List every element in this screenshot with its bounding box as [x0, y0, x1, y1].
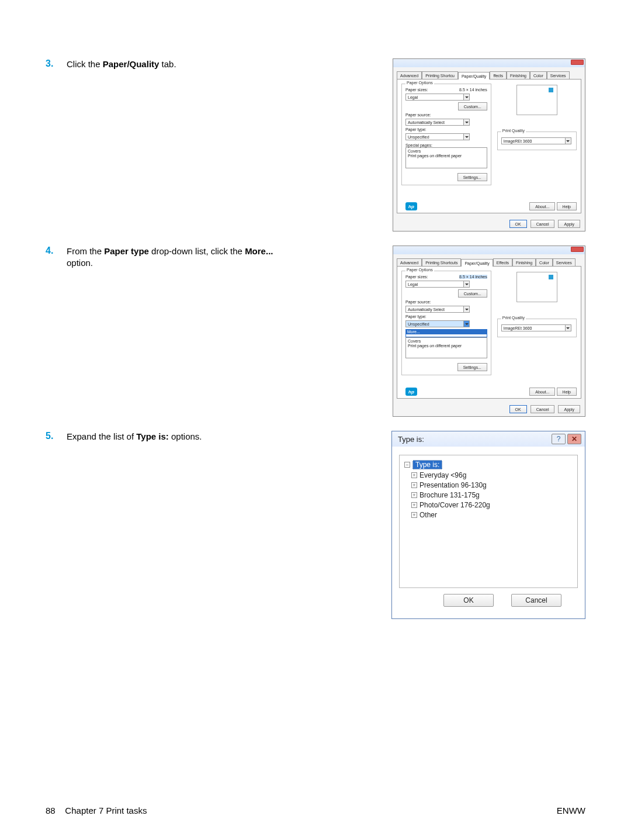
tree-item[interactable]: Everyday <96g [419, 471, 466, 479]
expand-icon[interactable]: + [411, 502, 417, 508]
cancel-button[interactable]: Cancel [531, 405, 555, 413]
type-tree[interactable]: − Type is: +Everyday <96g +Presentation … [399, 455, 578, 588]
special-pages-list[interactable]: Covers Print pages on different paper [405, 147, 487, 168]
step-5-row: 5. Expand the list of Type is: options. … [46, 431, 585, 619]
print-properties-dialog: Advanced Printing Shortcu Paper/Quality … [393, 58, 585, 231]
label: Paper sizes: [405, 88, 428, 92]
li: Covers [408, 149, 485, 154]
close-icon[interactable] [571, 247, 584, 252]
tab-services[interactable]: Services [547, 71, 570, 79]
step-number: 5. [46, 431, 67, 443]
about-button[interactable]: About... [529, 202, 555, 210]
tab-advanced[interactable]: Advanced [397, 258, 422, 266]
v: Automatically Select [408, 120, 445, 125]
ok-button[interactable]: OK [443, 594, 494, 607]
step-number: 4. [46, 246, 67, 269]
paper-type-select[interactable]: Unspecified [405, 133, 470, 140]
tree-item[interactable]: Brochure 131-175g [419, 491, 480, 499]
tree-item[interactable]: Other [419, 511, 437, 519]
paper-source-select[interactable]: Automatically Select [405, 306, 470, 313]
tab-finishing[interactable]: Finishing [507, 71, 530, 79]
help-icon[interactable]: ? [552, 434, 566, 444]
step-5-text: 5. Expand the list of Type is: options. [46, 431, 285, 443]
paper-size-select[interactable]: Legal [405, 281, 470, 288]
tree-root[interactable]: Type is: [412, 460, 442, 469]
tab-services[interactable]: Services [553, 258, 575, 266]
apply-button[interactable]: Apply [558, 220, 580, 228]
tab-row: Advanced Printing Shortcuts Paper/Qualit… [393, 254, 585, 266]
step-4-instruction: From the Paper type drop-down list, clic… [67, 246, 273, 269]
step-3-row: 3. Click the Paper/Quality tab. Advanced… [46, 58, 585, 231]
expand-icon[interactable]: + [411, 482, 417, 488]
chevron-down-icon [463, 134, 469, 140]
panel-body: Paper Options Paper sizes:8.5 × 14 inche… [397, 79, 581, 213]
t: Expand the list of [67, 431, 136, 441]
tab-paper-quality[interactable]: Paper/Quality [461, 259, 493, 267]
tree-item[interactable]: Presentation 96-130g [419, 481, 487, 489]
print-properties-dialog: Advanced Printing Shortcuts Paper/Qualit… [393, 246, 585, 417]
step-4-screenshot: Advanced Printing Shortcuts Paper/Qualit… [285, 246, 585, 417]
v: Unspecified [408, 322, 429, 326]
tab-advanced[interactable]: Advanced [397, 71, 422, 79]
close-icon[interactable]: ✕ [567, 434, 581, 444]
settings-button[interactable]: Settings... [457, 363, 487, 371]
ok-button[interactable]: OK [509, 220, 527, 228]
step-4-row: 4. From the Paper type drop-down list, c… [46, 246, 585, 417]
print-quality-select[interactable]: ImageREt 3600 [501, 324, 571, 331]
page-footer: 88 Chapter 7 Print tasks ENWW [46, 806, 585, 815]
paper-options-group: Paper Options Paper sizes:8.5 × 14 inche… [401, 271, 491, 375]
chevron-down-icon [463, 281, 469, 287]
ok-button[interactable]: OK [509, 405, 527, 413]
custom-button[interactable]: Custom... [458, 289, 487, 298]
special-pages-list[interactable]: Covers Print pages on different paper [405, 337, 487, 358]
cancel-button[interactable]: Cancel [531, 220, 555, 228]
v: Legal [408, 95, 418, 99]
settings-button[interactable]: Settings... [457, 173, 487, 181]
tab-effects[interactable]: ffects [490, 71, 507, 79]
step-4-text: 4. From the Paper type drop-down list, c… [46, 246, 285, 269]
close-icon[interactable] [571, 60, 584, 65]
t: Paper type [104, 246, 149, 256]
t: Paper/Quality [103, 59, 160, 69]
tab-shortcuts[interactable]: Printing Shortcu [422, 71, 458, 79]
label: Special pages: [405, 143, 487, 147]
paper-type-dropdown-list[interactable]: More... [405, 329, 487, 337]
tab-shortcuts[interactable]: Printing Shortcuts [422, 258, 461, 266]
t: More... [245, 246, 273, 256]
legend: Paper Options [405, 81, 434, 85]
help-button[interactable]: Help [557, 202, 577, 210]
hp-logo: hp [405, 388, 417, 396]
more-option[interactable]: More... [406, 330, 487, 334]
paper-source-select[interactable]: Automatically Select [405, 119, 470, 126]
li: Covers [408, 339, 485, 344]
apply-button[interactable]: Apply [558, 405, 580, 413]
dialog-titlebar [393, 246, 585, 254]
t: options. [169, 431, 202, 441]
tab-paper-quality[interactable]: Paper/Quality [458, 72, 490, 79]
label: Paper type: [405, 314, 487, 319]
about-button[interactable]: About... [529, 388, 555, 396]
tab-color[interactable]: Color [536, 258, 553, 266]
collapse-icon[interactable]: − [404, 462, 410, 468]
li: Print pages on different paper [408, 154, 485, 158]
panel-body: Paper Options Paper sizes:8.5 × 14 inche… [397, 266, 581, 399]
paper-size-select[interactable]: Legal [405, 94, 470, 101]
v: ImageREt 3600 [504, 326, 532, 330]
tab-finishing[interactable]: Finishing [512, 258, 536, 266]
tab-effects[interactable]: Effects [493, 258, 512, 266]
li: Print pages on different paper [408, 344, 485, 348]
cancel-button[interactable]: Cancel [511, 594, 561, 607]
t: tab. [159, 59, 176, 69]
expand-icon[interactable]: + [411, 512, 417, 518]
expand-icon[interactable]: + [411, 472, 417, 478]
print-quality-select[interactable]: ImageREt 3600 [501, 137, 571, 144]
paper-type-select[interactable]: Unspecified [405, 320, 470, 327]
help-button[interactable]: Help [557, 388, 577, 396]
legend: Print Quality [501, 316, 526, 320]
dim: 8.5 × 14 inches [459, 275, 487, 279]
custom-button[interactable]: Custom... [458, 102, 487, 110]
tree-item[interactable]: Photo/Cover 176-220g [419, 501, 490, 509]
tab-color[interactable]: Color [530, 71, 547, 79]
expand-icon[interactable]: + [411, 492, 417, 498]
v: Automatically Select [408, 307, 445, 312]
